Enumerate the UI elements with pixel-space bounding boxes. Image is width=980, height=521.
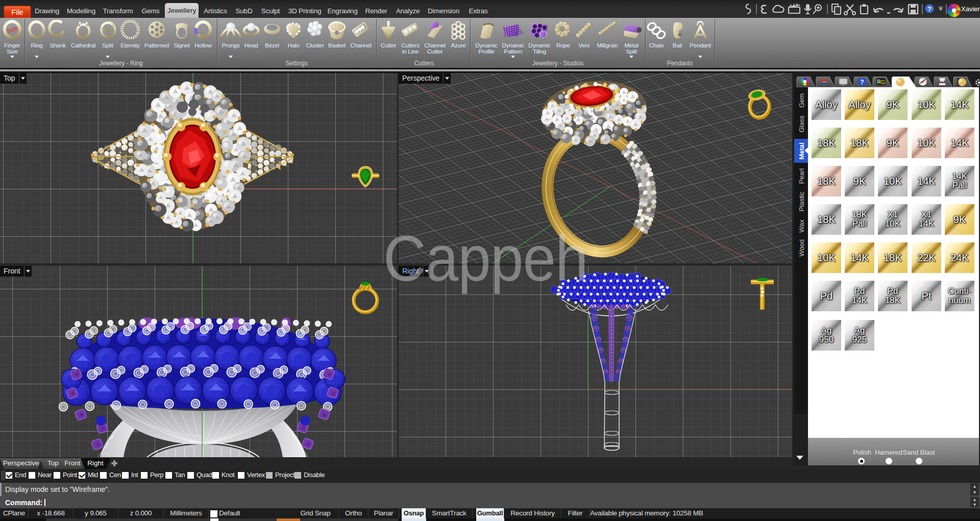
svg-text:?: ? <box>860 79 864 86</box>
svg-text:?: ? <box>927 5 932 13</box>
svg-text:SIZE: SIZE <box>6 26 19 34</box>
svg-text:G: G <box>881 79 886 85</box>
